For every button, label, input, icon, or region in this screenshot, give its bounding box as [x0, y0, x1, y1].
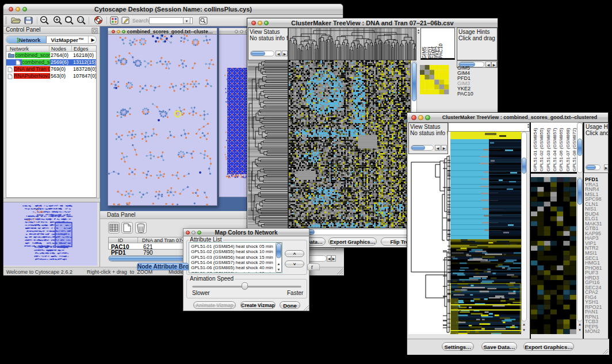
svg-text:GPL51-07 (GSM868): GPL51-07 (GSM868) [565, 128, 571, 171]
svg-text:PAC10: PAC10 [438, 43, 443, 59]
svg-text:GPL51-03 (GSM856): GPL51-03 (GSM856) [546, 128, 551, 171]
svg-text:GPL51-02 (GSM855): GPL51-02 (GSM855) [539, 128, 544, 171]
svg-text:Search:: Search: [132, 18, 150, 24]
svg-text:GPL51-04 (GSM857): GPL51-04 (GSM857) [552, 128, 557, 171]
svg-text:GPL51-08 (GSM872): GPL51-08 (GSM872) [572, 128, 577, 171]
svg-text:1:1: 1:1 [79, 18, 83, 21]
svg-text:GPL51-01 (GSM854): GPL51-01 (GSM854) [533, 128, 538, 171]
svg-text:GPL51-06 (GSM865): GPL51-06 (GSM865) [559, 128, 564, 171]
